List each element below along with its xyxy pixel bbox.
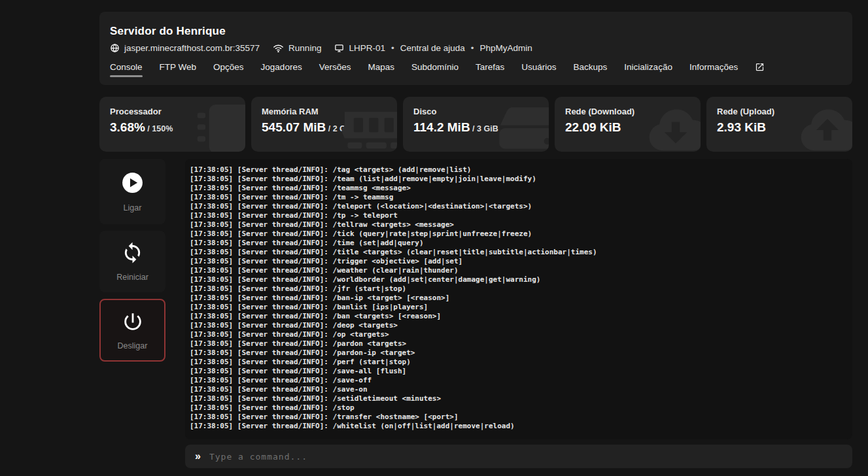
console-line: [17:38:05] [Server thread/INFO]: /tellra…	[190, 220, 847, 230]
tab-versoes[interactable]: Versões	[319, 62, 351, 72]
cloud-upload-icon	[795, 103, 852, 152]
console-line: [17:38:05] [Server thread/INFO]: /tm -> …	[190, 193, 847, 202]
server-tabs: ConsoleFTP WebOpçõesJogadoresVersõesMapa…	[110, 62, 842, 72]
server-address-text: jasper.minecrafthost.com.br:35577	[124, 43, 260, 53]
console-line: [17:38:05] [Server thread/INFO]: /title …	[190, 248, 847, 257]
stat-limit: / 150%	[145, 124, 173, 133]
tab-console[interactable]: Console	[110, 62, 143, 72]
stats-row: Processador3.68% / 150%Memória RAM545.07…	[99, 97, 852, 152]
console-line: [17:38:05] [Server thread/INFO]: /op <ta…	[190, 330, 847, 339]
console-line: [17:38:05] [Server thread/INFO]: /save-o…	[190, 385, 847, 394]
restart-icon	[121, 241, 144, 264]
console-line: [17:38:05] [Server thread/INFO]: /trigge…	[190, 257, 847, 266]
console-line: [17:38:05] [Server thread/INFO]: /setidl…	[190, 394, 847, 403]
console-log[interactable]: [17:38:05] [Server thread/INFO]: /tag <t…	[185, 159, 852, 439]
console-line: [17:38:05] [Server thread/INFO]: /worldb…	[190, 275, 847, 284]
cpu-icon	[196, 100, 245, 152]
stat-card-rede-download: Rede (Download)22.09 KiB	[555, 97, 701, 152]
console-line: [17:38:05] [Server thread/INFO]: /ban <t…	[190, 312, 847, 321]
console-line: [17:38:05] [Server thread/INFO]: /pardon…	[190, 339, 847, 348]
tab-ftp-web[interactable]: FTP Web	[160, 62, 197, 72]
console-line: [17:38:05] [Server thread/INFO]: /transf…	[190, 413, 847, 422]
prompt-icon: »	[195, 451, 201, 462]
reiniciar-button[interactable]: Reiniciar	[99, 231, 165, 292]
tab-mapas[interactable]: Mapas	[368, 62, 394, 72]
console-line: [17:38:05] [Server thread/INFO]: /whitel…	[190, 422, 847, 431]
help-center-link[interactable]: Central de ajuda	[400, 43, 465, 53]
tab-backups[interactable]: Backups	[574, 62, 608, 72]
console-line: [17:38:05] [Server thread/INFO]: /deop <…	[190, 321, 847, 330]
ligar-button[interactable]: Ligar	[99, 159, 165, 224]
desligar-button[interactable]: Desligar	[99, 299, 165, 362]
status-text: Running	[288, 43, 321, 53]
tab-informacoes[interactable]: Informações	[689, 62, 738, 72]
server-header-panel: Servidor do Henrique jasper.minecrafthos…	[99, 12, 852, 85]
console-line: [17:38:05] [Server thread/INFO]: /pardon…	[190, 348, 847, 358]
phpmyadmin-link[interactable]: PhpMyAdmin	[479, 43, 532, 53]
ram-icon	[339, 103, 397, 152]
command-bar: »	[185, 445, 852, 468]
server-node-links: LHPR-01 • Central de ajuda • PhpMyAdmin	[334, 43, 532, 53]
console-line: [17:38:05] [Server thread/INFO]: /teamms…	[190, 184, 847, 193]
disk-icon	[496, 103, 549, 152]
node-name: LHPR-01	[349, 43, 385, 53]
tab-opcoes[interactable]: Opções	[213, 62, 244, 72]
globe-icon	[110, 43, 120, 53]
tab-tarefas[interactable]: Tarefas	[476, 62, 504, 72]
stat-limit: / 3 GiB	[470, 124, 498, 133]
wifi-icon	[273, 42, 284, 54]
console-line: [17:38:05] [Server thread/INFO]: /save-a…	[190, 367, 847, 376]
stat-card-rede-upload: Rede (Upload)2.93 KiB	[706, 97, 852, 152]
console-line: [17:38:05] [Server thread/INFO]: /tag <t…	[190, 165, 847, 175]
power-button-label: Desligar	[118, 341, 148, 350]
command-input[interactable]	[209, 452, 842, 462]
bullet-separator: •	[471, 43, 474, 53]
console-line: [17:38:05] [Server thread/INFO]: /perf (…	[190, 358, 847, 367]
external-link-icon[interactable]	[755, 62, 765, 72]
power-button-label: Ligar	[124, 203, 142, 212]
tab-usuarios[interactable]: Usuários	[521, 62, 556, 72]
power-button-label: Reiniciar	[116, 273, 148, 282]
console-line: [17:38:05] [Server thread/INFO]: /team (…	[190, 175, 847, 184]
server-status: Running	[273, 42, 321, 54]
power-icon	[122, 311, 144, 333]
tab-jogadores[interactable]: Jogadores	[261, 62, 302, 72]
stat-card-disco: Disco114.2 MiB / 3 GiB	[403, 97, 549, 152]
monitor-icon	[334, 43, 344, 53]
server-info-row: jasper.minecrafthost.com.br:35577 Runnin…	[110, 42, 842, 54]
tab-inicializacao[interactable]: Inicialização	[624, 62, 672, 72]
console-line: [17:38:05] [Server thread/INFO]: /tp -> …	[190, 211, 847, 220]
console-line: [17:38:05] [Server thread/INFO]: /weathe…	[190, 266, 847, 275]
console-line: [17:38:05] [Server thread/INFO]: /save-o…	[190, 376, 847, 385]
console-line: [17:38:05] [Server thread/INFO]: /banlis…	[190, 303, 847, 312]
console-line: [17:38:05] [Server thread/INFO]: /jfr (s…	[190, 284, 847, 294]
console-line: [17:38:05] [Server thread/INFO]: /ban-ip…	[190, 294, 847, 303]
stat-card-processador: Processador3.68% / 150%	[99, 97, 245, 152]
console-line: [17:38:05] [Server thread/INFO]: /stop	[190, 403, 847, 413]
tab-subdominio[interactable]: Subdomínio	[411, 62, 459, 72]
console-line: [17:38:05] [Server thread/INFO]: /time (…	[190, 239, 847, 248]
console-line: [17:38:05] [Server thread/INFO]: /tick (…	[190, 230, 847, 239]
cloud-download-icon	[643, 103, 701, 152]
stat-card-memoria-ram: Memória RAM545.07 MiB / 2 GiB	[251, 97, 397, 152]
bullet-separator: •	[391, 43, 394, 53]
server-address[interactable]: jasper.minecrafthost.com.br:35577	[110, 43, 260, 53]
play-circle-icon	[120, 171, 145, 195]
console-line: [17:38:05] [Server thread/INFO]: /telepo…	[190, 202, 847, 211]
server-title: Servidor do Henrique	[110, 25, 842, 38]
